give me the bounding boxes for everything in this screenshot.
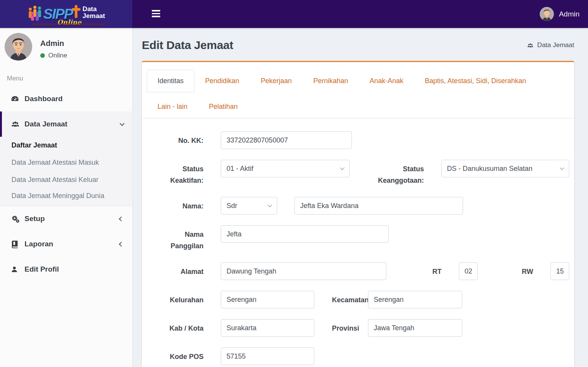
sidebar-item-atestasi-keluar[interactable]: Data Jemaat Atestasi Keluar [0,171,132,188]
status-keanggotaan-label: Status Keanggotaan: [373,160,424,186]
chevron-down-icon [340,165,344,170]
topbar-user-menu[interactable]: Admin [540,0,580,28]
sidebar-item-label: Dashboard [25,95,124,103]
nama-panggilan-label: Nama Panggilan [161,225,204,252]
kecamatan-input[interactable] [368,291,462,308]
status-keaktifan-value: 01 - Aktif [227,165,253,173]
tachometer-icon [11,95,25,103]
chevron-down-icon [268,203,272,207]
kecamatan-label: Kecamatan [332,291,369,306]
sidebar-user-name[interactable]: Admin [40,39,67,48]
no-kk-input[interactable] [221,131,352,149]
sidebar-item-daftar-jemaat[interactable]: Daftar Jemaat [0,137,132,154]
app-logo[interactable]: SIPP Online Data Jemaat Sistem Informasi… [0,0,132,28]
breadcrumb[interactable]: Data Jemaat [527,41,574,49]
tab-lain-lain[interactable]: Lain - lain [147,95,198,118]
book-icon [11,240,25,248]
topbar-user-name: Admin [559,10,580,18]
kelurahan-input[interactable] [221,291,314,308]
online-status-dot [40,53,45,58]
tab-pelatihan[interactable]: Pelatihan [198,95,248,118]
rw-input[interactable] [550,262,569,280]
no-kk-label: No. KK: [147,131,204,146]
nama-input[interactable] [294,197,463,215]
rt-label: RT [404,262,442,277]
sidebar-item-meninggal-dunia[interactable]: Data Jemaat Meninggal Dunia [0,188,132,206]
topbar: SIPP Online Data Jemaat Sistem Informasi… [0,0,588,28]
sidebar-item-label: Data Jemaat [25,120,120,128]
tab-identitas[interactable]: Identitas [147,70,194,92]
chevron-down-icon [560,165,564,170]
kab-kota-input[interactable] [221,319,314,337]
sidebar-item-laporan[interactable]: Laporan [0,231,132,257]
tab-bar: Identitas Pendidikan Pekerjaan Pernikaha… [142,62,574,118]
sidebar-item-setup[interactable]: Setup [0,206,132,231]
logo-cross-icon [71,5,81,18]
chevron-down-icon [120,121,125,126]
rt-input[interactable] [459,262,478,280]
submenu-label: Data Jemaat Meninggal Dunia [11,192,104,200]
provinsi-label: Provinsi [332,319,368,334]
sidebar-toggle-button[interactable] [152,10,160,19]
edit-form-card: Identitas Pendidikan Pekerjaan Pernikaha… [142,61,574,367]
sidebar-item-edit-profil[interactable]: Edit Profil [0,257,132,282]
users-icon [11,120,25,128]
sidebar-item-label: Edit Profil [25,265,124,274]
logo-product-text: Data Jemaat [82,6,105,20]
kode-pos-label: Kode POS [147,347,204,362]
sidebar-item-label: Setup [25,215,120,223]
status-keaktifan-label: Status Keaktifan: [161,160,204,186]
tab-pekerjaan[interactable]: Pekerjaan [250,70,302,92]
sidebar-item-dashboard[interactable]: Dashboard [0,86,132,111]
sidebar-avatar [5,33,32,61]
sidebar-group-data-jemaat: Data Jemaat Daftar Jemaat Data Jemaat At… [0,111,132,206]
cogs-icon [11,215,25,223]
chevron-left-icon [119,242,124,247]
alamat-label: Alamat [147,262,204,277]
submenu-label: Daftar Jemaat [11,141,57,149]
tab-pendidikan[interactable]: Pendidikan [194,70,250,92]
submenu-label: Data Jemaat Atestasi Keluar [11,176,99,184]
alamat-input[interactable] [221,262,386,280]
users-icon [527,42,534,49]
nama-title-value: Sdr [227,202,237,210]
main-content: Edit Data Jemaat Data Jemaat Identitas P… [132,0,588,367]
menu-section-label: Menu [7,75,132,82]
user-icon [11,265,25,274]
sidebar-user-status: Online [48,52,67,59]
nama-title-select[interactable]: Sdr [221,197,277,215]
nama-panggilan-input[interactable] [221,225,389,243]
topbar-avatar [540,7,554,21]
sidebar-user-panel: Admin Online [0,28,132,61]
sidebar-item-atestasi-masuk[interactable]: Data Jemaat Atestasi Masuk [0,154,132,171]
kab-kota-label: Kab / Kota [147,319,204,334]
status-keanggotaan-value: DS - Danukusuman Selatan [447,165,532,173]
sidebar-item-label: Laporan [25,240,120,248]
identitas-form: No. KK: Status Keaktifan: 01 - Aktif Sta… [142,118,574,365]
page-title: Edit Data Jemaat [142,39,233,52]
logo-subtitle: Sistem Informasi Penggembalaan & Pelayan… [33,22,117,26]
provinsi-input[interactable] [368,319,462,337]
submenu-label: Data Jemaat Atestasi Masuk [11,159,99,167]
logo-people-icon [27,5,43,21]
breadcrumb-label: Data Jemaat [537,41,574,49]
rw-label: RW [495,262,533,277]
status-keaktifan-select[interactable]: 01 - Aktif [221,160,350,177]
tab-pernikahan[interactable]: Pernikahan [302,70,359,92]
logo-product-line1: Data [82,6,105,13]
sidebar: Admin Online Menu Dashboard [0,28,132,367]
kode-pos-input[interactable] [221,347,314,365]
chevron-left-icon [119,216,124,221]
status-keanggotaan-select[interactable]: DS - Danukusuman Selatan [441,160,569,177]
kelurahan-label: Kelurahan [147,291,204,306]
sidebar-item-data-jemaat[interactable]: Data Jemaat [0,111,132,137]
logo-product-line2: Jemaat [82,13,105,20]
tab-anak-anak[interactable]: Anak-Anak [359,70,414,92]
nama-label: Nama: [147,197,204,212]
tab-baptis-atestasi-sidi-diserahkan[interactable]: Baptis, Atestasi, Sidi, Diserahkan [414,70,537,92]
